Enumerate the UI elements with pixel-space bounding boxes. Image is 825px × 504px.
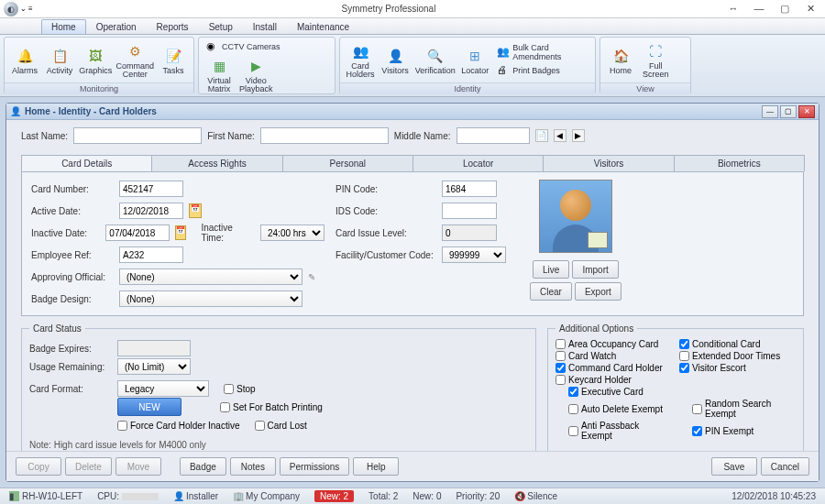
- clear-approving-icon[interactable]: ✎: [308, 272, 315, 282]
- card-lost-checkbox[interactable]: [255, 421, 265, 431]
- import-button[interactable]: Import: [572, 260, 618, 279]
- clear-button[interactable]: Clear: [530, 282, 572, 301]
- last-name-input[interactable]: [73, 127, 202, 144]
- addl-opt-3[interactable]: [679, 351, 689, 361]
- employee-ref-input[interactable]: [119, 247, 183, 263]
- video-playback-button[interactable]: ▶Video Playback: [236, 54, 277, 95]
- win-maximize[interactable]: ▢: [780, 105, 797, 118]
- titlebar: ◐ ⌄ ≡ Symmetry Professional ↔ — ▢ ✕: [0, 0, 825, 18]
- detail-tabs: Card Details Access Rights Personal Loca…: [21, 155, 804, 172]
- maximize-button[interactable]: ▢: [774, 3, 796, 15]
- card-holders-button[interactable]: 👥Card Holders: [344, 39, 377, 81]
- new-alarm-badge[interactable]: New: 2: [314, 490, 354, 502]
- export-button[interactable]: Export: [575, 282, 622, 301]
- fullscreen-button[interactable]: ⛶Full Screen: [639, 39, 673, 81]
- addl-opt-5[interactable]: [679, 363, 689, 373]
- inactive-time-label: Inactive Time:: [201, 223, 255, 243]
- addl-opt-0[interactable]: [556, 339, 566, 349]
- card-format-select[interactable]: Legacy: [117, 380, 209, 397]
- locator-button[interactable]: ⊞Locator: [458, 44, 491, 77]
- activity-button[interactable]: 📋Activity: [43, 44, 76, 77]
- active-date-picker-icon[interactable]: 📅: [189, 203, 202, 218]
- approving-select[interactable]: (None): [119, 268, 302, 285]
- inactive-date-picker-icon[interactable]: 📅: [175, 225, 186, 240]
- addl-opt-11[interactable]: [692, 404, 702, 414]
- copy-button[interactable]: Copy: [16, 457, 61, 476]
- win-close[interactable]: ✕: [798, 105, 815, 118]
- badge-design-select[interactable]: (None): [119, 290, 302, 307]
- tab-biometrics[interactable]: Biometrics: [674, 155, 805, 171]
- tab-setup[interactable]: Setup: [199, 19, 243, 34]
- addl-opt-10[interactable]: [568, 404, 578, 414]
- alarms-button[interactable]: 🔔Alarms: [8, 44, 41, 77]
- badge-button[interactable]: Badge: [180, 457, 226, 476]
- virtual-matrix-button[interactable]: ▦Virtual Matrix: [203, 54, 236, 95]
- prev-record-icon[interactable]: ◀: [554, 129, 566, 142]
- additional-options-group: Additional Options Area Occupancy CardCo…: [547, 323, 804, 451]
- cardholder-photo[interactable]: [539, 180, 612, 253]
- live-button[interactable]: Live: [533, 260, 569, 279]
- quickaccess-dropdown[interactable]: ⌄: [20, 5, 27, 13]
- addl-opt-12[interactable]: [568, 426, 578, 436]
- inactive-date-label: Inactive Date:: [31, 228, 100, 238]
- addl-opt-4[interactable]: [556, 363, 566, 373]
- force-inactive-checkbox[interactable]: [117, 421, 127, 431]
- cctv-button[interactable]: ◉CCTV Cameras: [203, 39, 284, 54]
- tab-access-rights[interactable]: Access Rights: [151, 155, 282, 171]
- ribbon-tabstrip: Home Operation Reports Setup Install Mai…: [0, 18, 825, 35]
- verify-icon: 🔍: [425, 46, 446, 66]
- help-button[interactable]: Help: [353, 457, 399, 476]
- save-button[interactable]: Save: [711, 457, 757, 476]
- home-view-button[interactable]: 🏠Home: [604, 44, 637, 77]
- visitors-button[interactable]: 👤Visitors: [379, 44, 412, 77]
- tasks-button[interactable]: 📝Tasks: [157, 44, 190, 77]
- addl-opt-13[interactable]: [692, 426, 702, 436]
- permissions-button[interactable]: Permissions: [280, 457, 349, 476]
- minimize-button[interactable]: —: [748, 3, 770, 15]
- cancel-button[interactable]: Cancel: [761, 457, 809, 476]
- usage-select[interactable]: (No Limit): [117, 358, 191, 375]
- tab-locator[interactable]: Locator: [412, 155, 544, 171]
- middle-name-input[interactable]: [456, 127, 530, 144]
- tab-operation[interactable]: Operation: [86, 19, 147, 34]
- facility-select[interactable]: 999999: [442, 247, 506, 263]
- stop-checkbox[interactable]: [224, 384, 234, 394]
- pin-input[interactable]: [442, 181, 497, 197]
- addl-opt-8[interactable]: [568, 387, 578, 397]
- usage-label: Usage Remaining:: [29, 362, 112, 372]
- graphics-button[interactable]: 🖼Graphics: [78, 44, 114, 77]
- addl-opt-2[interactable]: [556, 351, 566, 361]
- command-center-button[interactable]: ⚙Command Center: [116, 39, 155, 81]
- move-button[interactable]: Move: [116, 457, 161, 476]
- next-record-icon[interactable]: ▶: [572, 129, 585, 142]
- resize-icon[interactable]: ↔: [722, 3, 744, 15]
- first-name-input[interactable]: [260, 127, 389, 144]
- close-button[interactable]: ✕: [799, 3, 821, 15]
- locator-icon: ⊞: [465, 46, 485, 66]
- camera-icon: ◉: [206, 40, 219, 53]
- tab-personal[interactable]: Personal: [282, 155, 413, 171]
- notes-button[interactable]: Notes: [230, 457, 276, 476]
- card-number-input[interactable]: [119, 181, 183, 197]
- tab-card-details[interactable]: Card Details: [21, 155, 152, 171]
- tab-home[interactable]: Home: [41, 19, 86, 34]
- delete-button[interactable]: Delete: [65, 457, 112, 476]
- batch-checkbox[interactable]: [220, 402, 230, 412]
- bulk-amend-button[interactable]: 👥Bulk Card Amendments: [493, 42, 591, 62]
- tab-install[interactable]: Install: [243, 19, 287, 34]
- new-record-icon[interactable]: 📄: [535, 129, 548, 142]
- tab-maintenance[interactable]: Maintenance: [287, 19, 359, 34]
- verification-button[interactable]: 🔍Verification: [413, 44, 456, 77]
- print-badges-button[interactable]: 🖨Print Badges: [493, 63, 591, 78]
- silence-label[interactable]: Silence: [527, 491, 557, 501]
- addl-opt-1[interactable]: [679, 339, 689, 349]
- tab-visitors[interactable]: Visitors: [543, 155, 674, 171]
- inactive-time-select[interactable]: 24:00 hrs: [260, 225, 324, 241]
- tab-reports[interactable]: Reports: [147, 19, 199, 34]
- active-date-input[interactable]: [119, 203, 183, 219]
- ids-input[interactable]: [442, 203, 497, 219]
- inactive-date-input[interactable]: [105, 225, 170, 241]
- addl-opt-6[interactable]: [556, 375, 566, 385]
- win-minimize[interactable]: —: [762, 105, 778, 118]
- new-card-button[interactable]: NEW: [117, 398, 182, 416]
